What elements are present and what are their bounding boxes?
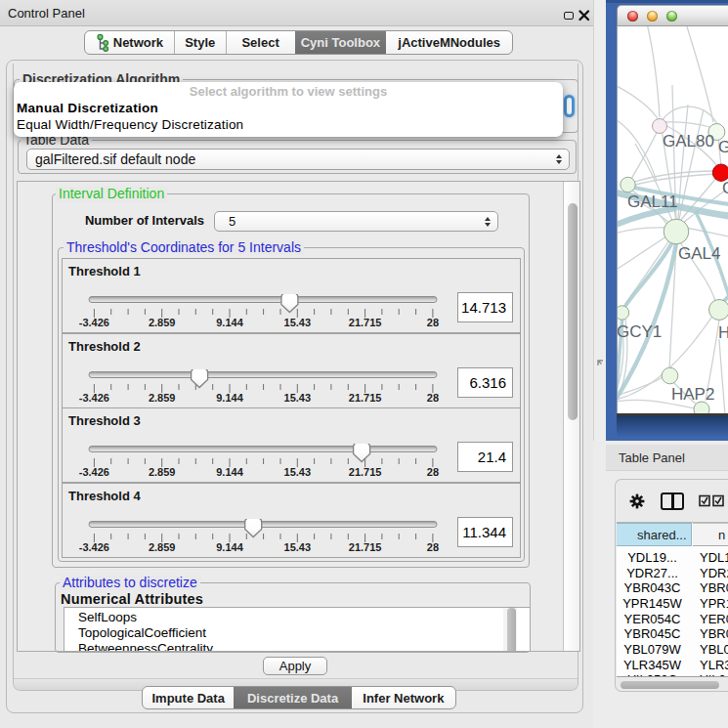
svg-text:GAL11: GAL11 <box>627 193 678 211</box>
svg-text:GAL4: GAL4 <box>678 244 720 263</box>
svg-text:GCY1: GCY1 <box>618 322 662 341</box>
svg-text:GAL80: GAL80 <box>663 132 714 150</box>
svg-text:C: C <box>722 179 728 197</box>
svg-text:HAP2: HAP2 <box>671 385 714 404</box>
svg-text:GA: GA <box>718 138 728 156</box>
svg-text:H: H <box>718 323 728 342</box>
